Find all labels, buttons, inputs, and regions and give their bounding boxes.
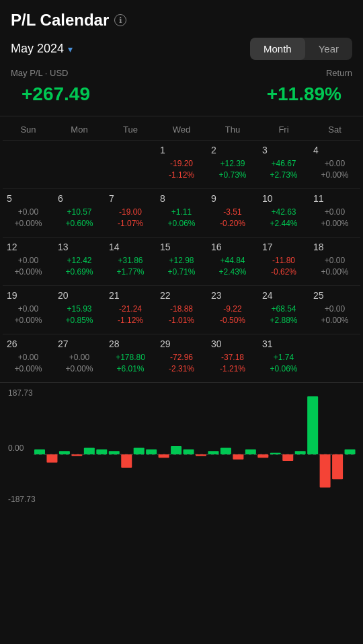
svg-rect-7 — [109, 451, 120, 454]
svg-rect-21 — [282, 454, 293, 461]
day-number: 27 — [56, 338, 69, 349]
calendar-cell[interactable]: 22-18.88-1.01% — [156, 285, 207, 334]
calendar-cell[interactable]: 9-3.51-0.20% — [207, 188, 258, 237]
day-number: 7 — [108, 193, 114, 204]
day-number: 6 — [56, 193, 63, 204]
calendar-cell[interactable]: 2+12.39+0.73% — [207, 140, 258, 188]
cell-value: -19.00-1.07% — [118, 207, 143, 229]
cell-value: +0.00+0.00% — [321, 158, 348, 181]
calendar-cell[interactable]: 7-19.00-1.07% — [105, 188, 156, 237]
year-view-button[interactable]: Year — [305, 38, 352, 60]
cell-value: +12.42+0.69% — [65, 255, 93, 278]
svg-rect-11 — [159, 454, 169, 458]
svg-rect-6 — [96, 450, 107, 454]
day-number: 2 — [210, 145, 216, 155]
svg-rect-2 — [46, 454, 57, 462]
calendar-cell[interactable]: 25+0.00+0.00% — [309, 285, 360, 334]
day-number: 23 — [210, 290, 222, 301]
cell-value: +68.54+2.88% — [270, 303, 297, 326]
day-number: 20 — [56, 290, 69, 301]
day-number: 29 — [159, 338, 171, 349]
pl-value: +267.49 — [11, 83, 101, 110]
month-selector[interactable]: May 2024 ▾ — [11, 42, 73, 56]
cell-value: +0.00+0.00% — [65, 352, 93, 375]
svg-rect-17 — [233, 454, 243, 459]
pl-label: May P/L · USD — [11, 68, 68, 78]
info-icon[interactable]: ℹ — [114, 14, 126, 26]
chevron-down-icon: ▾ — [68, 44, 73, 55]
cell-value: +0.00+0.00% — [14, 255, 42, 278]
header-wed: Wed — [156, 122, 207, 137]
calendar-cell[interactable]: 5+0.00+0.00% — [3, 188, 54, 237]
svg-rect-4 — [71, 454, 82, 456]
svg-rect-24 — [320, 454, 331, 487]
calendar-cell[interactable]: 23-9.22-0.50% — [207, 285, 258, 334]
day-number: 21 — [108, 290, 120, 301]
svg-rect-1 — [34, 450, 45, 454]
calendar-cell[interactable] — [3, 140, 54, 188]
calendar-cell[interactable]: 8+1.11+0.06% — [156, 188, 207, 237]
svg-rect-20 — [270, 453, 281, 454]
calendar-cell[interactable]: 19+0.00+0.00% — [3, 285, 54, 334]
calendar-cell[interactable]: 17-11.80-0.62% — [258, 237, 309, 285]
svg-rect-26 — [345, 450, 356, 454]
cell-value: +0.00+0.00% — [321, 255, 348, 278]
calendar-cell[interactable]: 18+0.00+0.00% — [309, 237, 360, 285]
svg-rect-9 — [134, 448, 145, 454]
day-number: 10 — [261, 193, 273, 204]
svg-rect-3 — [59, 451, 70, 454]
bar-chart — [34, 390, 356, 507]
day-number: 12 — [5, 242, 17, 252]
cell-value: -72.96-2.31% — [169, 352, 194, 375]
calendar-cell[interactable]: 30-37.18-1.21% — [207, 334, 258, 382]
summary-section: May P/L · USD Return +267.49 +11.89% — [0, 68, 363, 116]
svg-rect-8 — [121, 454, 132, 468]
calendar-cell[interactable]: 1-19.20-1.12% — [156, 140, 207, 188]
cell-value: +31.86+1.77% — [116, 255, 144, 278]
calendar-cell[interactable]: 4+0.00+0.00% — [309, 140, 360, 188]
calendar-cell[interactable]: 16+44.84+2.43% — [207, 237, 258, 285]
calendar-cell[interactable]: 21-21.24-1.12% — [105, 285, 156, 334]
calendar-cell[interactable]: 29-72.96-2.31% — [156, 334, 207, 382]
cell-value: +44.84+2.43% — [218, 255, 246, 278]
calendar-cell[interactable]: 6+10.57+0.60% — [54, 188, 105, 237]
calendar-cell[interactable]: 24+68.54+2.88% — [258, 285, 309, 334]
calendar-cell[interactable]: 11+0.00+0.00% — [309, 188, 360, 237]
day-number: 4 — [312, 145, 319, 155]
svg-rect-22 — [295, 451, 306, 454]
calendar-cell[interactable]: 20+15.93+0.85% — [54, 285, 105, 334]
calendar-cell[interactable]: 10+42.63+2.44% — [258, 188, 309, 237]
calendar-cell[interactable]: 12+0.00+0.00% — [3, 237, 54, 285]
calendar-cell[interactable]: 31+1.74+0.06% — [258, 334, 309, 382]
day-number: 16 — [210, 242, 222, 252]
calendar-cell[interactable]: 13+12.42+0.69% — [54, 237, 105, 285]
calendar-cell[interactable] — [54, 140, 105, 188]
day-number: 24 — [261, 290, 273, 301]
month-view-button[interactable]: Month — [250, 38, 305, 60]
calendar-cell[interactable]: 28+178.80+6.01% — [105, 334, 156, 382]
controls-row: May 2024 ▾ Month Year — [0, 35, 363, 68]
cell-value: -11.80-0.62% — [271, 255, 296, 278]
svg-rect-19 — [257, 454, 268, 458]
svg-rect-13 — [184, 450, 194, 454]
calendar-cell[interactable]: 14+31.86+1.77% — [105, 237, 156, 285]
calendar-cell[interactable]: 15+12.98+0.71% — [156, 237, 207, 285]
calendar-cell[interactable]: 27+0.00+0.00% — [54, 334, 105, 382]
cell-value: -3.51-0.20% — [220, 207, 245, 229]
header-fri: Fri — [258, 122, 309, 137]
calendar-cell[interactable]: 26+0.00+0.00% — [3, 334, 54, 382]
header-sat: Sat — [309, 122, 360, 137]
calendar-cell[interactable] — [105, 140, 156, 188]
cell-value: +178.80+6.01% — [116, 352, 145, 375]
cell-value: +0.00+0.00% — [321, 207, 348, 229]
svg-rect-14 — [196, 454, 206, 456]
cell-value: +0.00+0.00% — [14, 207, 42, 229]
calendar: Sun Mon Tue Wed Thu Fri Sat 1-19.20-1.12… — [0, 116, 363, 382]
calendar-cell[interactable] — [309, 334, 360, 382]
day-number: 13 — [56, 242, 69, 252]
day-number: 3 — [261, 145, 268, 155]
calendar-cell[interactable]: 3+46.67+2.73% — [258, 140, 309, 188]
cell-value: +1.74+0.06% — [270, 352, 297, 375]
day-number: 26 — [5, 338, 17, 349]
svg-rect-25 — [332, 454, 343, 479]
